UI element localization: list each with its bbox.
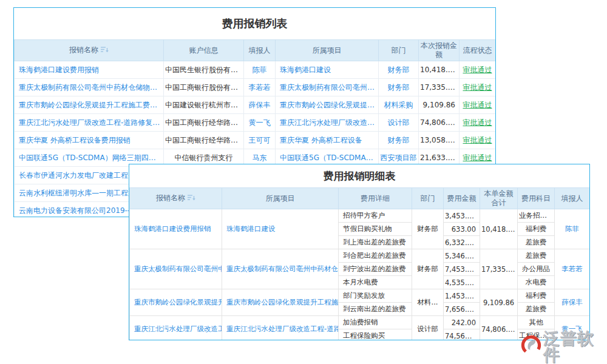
expense-detail: 到合肥出差的差旅费 <box>339 251 412 260</box>
expense-name-link[interactable]: 珠海鹤港口建设费用报销 <box>15 65 163 75</box>
detail-row: 重庆江北污水处理厂级改造工程-道路修复工程费用报销 重庆江北污水处理厂级改造工程… <box>130 316 590 329</box>
account-info: 中国工商银行股份有限... <box>164 83 243 93</box>
project-link[interactable]: 珠海鹤港口建设 <box>222 224 338 234</box>
dept-link[interactable]: 财务部 <box>379 65 418 75</box>
project-link[interactable]: 重庆江北污水处理厂级改造工... <box>276 118 378 128</box>
status-link[interactable]: 审批通过 <box>459 135 495 146</box>
account-info: 中国建设银行杭州市上... <box>164 100 243 110</box>
amount-value: 6,332.00 <box>444 238 480 247</box>
project-link[interactable]: 重庆市鹅岭公园绿化景观提升... <box>276 100 378 110</box>
sort-icon[interactable] <box>188 194 195 203</box>
table-row: 珠海鹤港口建设费用报销 中国民生银行股份有限... 陈菲 珠海鹤港口建设 财务部… <box>15 61 496 79</box>
dept-value: 财务部 <box>412 224 443 234</box>
project-link[interactable]: 重庆太极制药有限公司亳州中... <box>276 83 378 93</box>
detail-header-filler: 填报人 <box>555 188 590 209</box>
list-header-name-label: 报销名称 <box>69 46 98 54</box>
dept-link[interactable]: 财务部 <box>379 135 418 146</box>
total-amount: 10,418.60 <box>480 225 517 234</box>
list-header-amount: 本次报销金额 <box>419 40 459 61</box>
expense-list-title: 费用报销列表 <box>14 8 495 39</box>
table-row: 重庆华夏 外高桥工程设备费用报销 中国工商银行经华路支行 王可可 重庆华夏 外高… <box>15 132 496 149</box>
total-amount: 17,335.35 <box>480 265 517 274</box>
amount-value: 74,806.00 <box>419 118 459 127</box>
fanpu-logo-icon <box>521 335 541 358</box>
expense-name-link[interactable]: 重庆太极制药有限公司亳州中药材仓储物流基地项目费用报销 <box>130 265 222 274</box>
expense-detail: 工程保险购买 <box>339 331 412 340</box>
detail-header-name[interactable]: 报销名称 <box>130 188 222 209</box>
amount-value: 10,418.60 <box>419 66 459 74</box>
subject-value: 福利费 <box>518 224 554 234</box>
list-header-filler: 填报人 <box>244 40 276 61</box>
amount-value: 7,453.35 <box>444 265 480 274</box>
filler-link[interactable]: 李若若 <box>244 83 275 93</box>
filler-link[interactable]: 陈菲 <box>555 224 589 234</box>
detail-row: 重庆市鹅岭公园绿化景观提升工程施工费用报销 重庆市鹅岭公园绿化景观提升工程施工 … <box>130 289 590 303</box>
sort-icon[interactable] <box>101 46 109 55</box>
subject-value: 差旅费 <box>518 251 554 260</box>
filler-link[interactable]: 李若若 <box>555 265 589 274</box>
vendor-brand-name: 泛普软件 <box>543 330 606 363</box>
status-link[interactable]: 审批通过 <box>459 118 495 128</box>
expense-name-link[interactable]: 重庆太极制药有限公司亳州中药材仓储物流基地项... <box>15 83 163 93</box>
filler-link[interactable]: 陈菲 <box>244 65 275 75</box>
list-header-dept: 部门 <box>379 40 419 61</box>
list-header-status: 流程状态 <box>459 40 496 61</box>
status-link[interactable]: 审批通过 <box>459 83 495 93</box>
table-row: 重庆市鹅岭公园绿化景观提升工程施工费用报销 中国建设银行杭州市上... 薛保丰 … <box>15 96 496 114</box>
detail-header-detail: 费用详细 <box>339 188 412 209</box>
expense-name-link[interactable]: 重庆江北污水处理厂级改造工程-道路修复工程费用... <box>15 118 163 128</box>
amount-value: 17,335.35 <box>419 83 459 92</box>
filler-link[interactable]: 马东 <box>244 153 275 163</box>
detail-header-project: 所属项目 <box>222 188 339 209</box>
project-link[interactable]: 重庆太极制药有限公司亳州中药材仓储物流基地项目 <box>222 265 338 274</box>
status-link[interactable]: 审批通过 <box>459 153 495 163</box>
detail-header-dept: 部门 <box>412 188 444 209</box>
filler-link[interactable]: 王可可 <box>244 135 275 146</box>
dept-link[interactable]: 材料采购 <box>379 100 418 110</box>
vendor-watermark: 泛普软件 www.fanpusoft.com <box>521 330 606 364</box>
expense-name-link[interactable]: 重庆华夏 外高桥工程设备费用报销 <box>15 135 163 146</box>
subject-value: 差旅费 <box>518 305 554 314</box>
subject-value: 福利费 <box>518 291 554 300</box>
expense-name-link[interactable]: 重庆市鹅岭公园绿化景观提升工程施工费用报销 <box>130 298 222 307</box>
expense-detail: 到宁波出差的差旅费 <box>339 265 412 274</box>
expense-name-link[interactable]: 重庆市鹅岭公园绿化景观提升工程施工费用报销 <box>15 100 163 110</box>
detail-row: 重庆太极制药有限公司亳州中药材仓储物流基地项目费用报销 重庆太极制药有限公司亳州… <box>130 249 590 263</box>
expense-detail: 加油费报销 <box>339 318 412 327</box>
dept-link[interactable]: 设计部 <box>379 118 418 128</box>
amount-value: 5,346.35 <box>444 252 480 260</box>
expense-name-link[interactable]: 重庆江北污水处理厂级改造工程-道路修复工程费用报销 <box>130 325 222 334</box>
dept-value: 材料... <box>412 298 443 307</box>
project-link[interactable]: 重庆华夏 外高桥工程设备 <box>276 135 378 146</box>
list-header-name[interactable]: 报销名称 <box>15 40 164 61</box>
subject-value: 差旅费 <box>518 238 554 247</box>
filler-link[interactable]: 黄一飞 <box>244 118 275 128</box>
status-link[interactable]: 审批通过 <box>459 100 495 110</box>
project-link[interactable]: 重庆市鹅岭公园绿化景观提升工程施工 <box>222 298 338 307</box>
detail-header-subject: 费用科目 <box>518 188 555 209</box>
detail-header-amount: 费用金额 <box>444 188 480 209</box>
expense-name-link[interactable]: 中国联通5G（TD-SCDMA）网络三期四川工程费... <box>15 153 163 163</box>
filler-link[interactable]: 薛保丰 <box>244 100 275 110</box>
subject-value: 水电费 <box>518 278 554 287</box>
account-info: 中信银行贵州支行 <box>164 153 243 163</box>
filler-link[interactable]: 薛保丰 <box>555 298 589 307</box>
status-link[interactable]: 审批通过 <box>459 65 495 75</box>
project-link[interactable]: 中国联通5G（TD-SCDMA）网... <box>276 153 378 163</box>
expense-name-link[interactable]: 珠海鹤港口建设费用报销 <box>130 224 222 234</box>
project-link[interactable]: 重庆江北污水处理厂级改造工程-道路修复工程 <box>222 325 338 334</box>
dept-value: 设计部 <box>412 325 443 334</box>
dept-link[interactable]: 财务部 <box>379 83 418 93</box>
account-info: 中国工商银行经华路支行 <box>164 118 243 128</box>
account-info: 中国工商银行经华路支行 <box>164 135 243 146</box>
expense-detail-title: 费用报销明细表 <box>129 164 589 187</box>
dept-value: 财务部 <box>412 265 443 274</box>
detail-row: 珠海鹤港口建设费用报销 珠海鹤港口建设 招待甲方客户 财务部 3,453.60 … <box>130 209 590 223</box>
list-header-row: 报销名称 账户信息 填报人 所属项目 部门 本次报销金额 流程状态 <box>15 40 496 61</box>
total-amount: 74,806.00 <box>480 325 517 334</box>
expense-detail: 到上海出差的差旅费 <box>339 238 412 247</box>
table-row: 重庆江北污水处理厂级改造工程-道路修复工程费用... 中国工商银行经华路支行 黄… <box>15 114 496 132</box>
dept-link[interactable]: 西安项目部 <box>379 153 418 163</box>
amount-value: 74,564... <box>444 332 480 340</box>
project-link[interactable]: 珠海鹤港口建设 <box>276 65 378 75</box>
